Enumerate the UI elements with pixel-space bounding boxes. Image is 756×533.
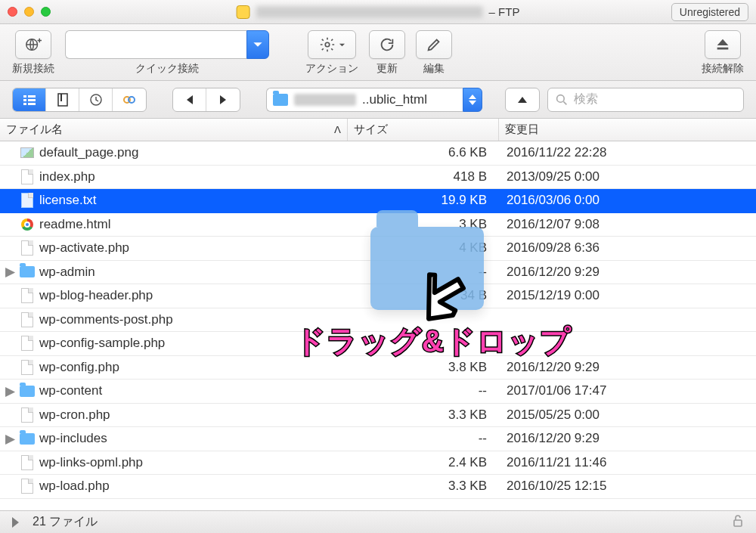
file-date-cell: 2016/12/20 9:29 bbox=[499, 431, 756, 446]
file-name-cell[interactable]: default_page.png bbox=[0, 145, 348, 160]
window-title: – FTP bbox=[237, 5, 520, 19]
path-display[interactable]: ..ublic_html bbox=[266, 88, 463, 112]
file-name-label: readme.html bbox=[39, 217, 110, 232]
traffic-lights bbox=[8, 7, 51, 17]
file-name-label: wp-activate.php bbox=[39, 240, 129, 256]
bookmarks-button[interactable] bbox=[46, 88, 79, 111]
file-row[interactable]: license.txt19.9 KB2016/03/06 0:00 bbox=[0, 189, 756, 213]
action-button[interactable] bbox=[308, 30, 356, 59]
svg-rect-2 bbox=[23, 95, 26, 98]
disclosure-triangle-icon[interactable]: ▶ bbox=[5, 264, 15, 280]
refresh-button[interactable] bbox=[369, 30, 405, 59]
new-connection-label: 新規接続 bbox=[12, 62, 54, 76]
action-item: アクション bbox=[305, 30, 358, 76]
disclosure-triangle-icon[interactable] bbox=[12, 517, 19, 528]
file-date-cell: 2017/01/06 17:47 bbox=[499, 383, 756, 398]
file-row[interactable]: wp-links-opml.php2.4 KB2016/11/21 11:46 bbox=[0, 451, 756, 476]
edit-button[interactable] bbox=[416, 30, 452, 59]
file-size-cell: 3.3 KB bbox=[348, 407, 499, 423]
file-row[interactable]: wp-load.php3.3 KB2016/10/25 12:15 bbox=[0, 475, 756, 499]
file-name-cell[interactable]: wp-blog-header.php bbox=[0, 288, 348, 303]
folder-icon bbox=[20, 266, 35, 277]
file-size-cell: 6.6 KB bbox=[348, 145, 499, 160]
disconnect-item: 接続解除 bbox=[702, 30, 744, 76]
file-size-cell: 418 B bbox=[348, 169, 499, 184]
file-name-cell[interactable]: wp-activate.php bbox=[0, 240, 348, 256]
minimize-window-button[interactable] bbox=[24, 7, 34, 17]
triangle-left-icon bbox=[185, 95, 194, 105]
svg-rect-6 bbox=[23, 103, 26, 105]
file-date-cell: 2016/09/28 6:36 bbox=[499, 240, 756, 256]
pencil-icon bbox=[426, 36, 442, 53]
file-size-cell: -- bbox=[348, 431, 499, 446]
main-toolbar: 新規接続 クイック接続 アクション 更新 編集 bbox=[0, 24, 756, 81]
new-connection-button[interactable] bbox=[15, 30, 51, 59]
quick-connect-dropdown-button[interactable] bbox=[246, 30, 269, 59]
column-date-header[interactable]: 変更日 bbox=[499, 119, 756, 141]
image-icon bbox=[20, 147, 34, 158]
go-up-button[interactable] bbox=[506, 88, 539, 111]
file-name-label: index.php bbox=[39, 169, 95, 184]
search-input[interactable]: 検索 bbox=[547, 88, 744, 112]
disconnect-button[interactable] bbox=[705, 30, 741, 59]
nav-forward-button[interactable] bbox=[206, 88, 240, 111]
file-size-cell: -- bbox=[348, 383, 499, 398]
search-placeholder: 検索 bbox=[574, 91, 598, 107]
file-name-cell[interactable]: license.txt bbox=[0, 193, 348, 208]
triangle-right-icon bbox=[218, 95, 228, 105]
chrome-icon bbox=[21, 218, 33, 231]
quick-connect-input[interactable] bbox=[65, 30, 246, 59]
refresh-item: 更新 bbox=[369, 30, 405, 76]
file-date-cell: 2013/09/25 0:00 bbox=[499, 169, 756, 184]
file-size-cell: 2.4 KB bbox=[348, 455, 499, 470]
bonjour-button[interactable] bbox=[113, 88, 146, 111]
disclosure-triangle-icon[interactable]: ▶ bbox=[5, 383, 15, 399]
file-icon bbox=[21, 312, 33, 327]
history-button[interactable] bbox=[79, 88, 113, 111]
column-size-header[interactable]: サイズ bbox=[348, 119, 499, 141]
file-name-label: default_page.png bbox=[39, 145, 138, 160]
folder-icon bbox=[20, 433, 35, 445]
file-name-cell[interactable]: wp-cron.php bbox=[0, 407, 348, 423]
file-row[interactable]: index.php418 B2013/09/25 0:00 bbox=[0, 166, 756, 190]
file-row[interactable]: ▶wp-content--2017/01/06 17:47 bbox=[0, 380, 756, 404]
file-row[interactable]: default_page.png6.6 KB2016/11/22 22:28 bbox=[0, 141, 756, 166]
lock-icon bbox=[732, 514, 744, 531]
close-window-button[interactable] bbox=[8, 7, 17, 17]
nav-back-button[interactable] bbox=[173, 88, 206, 111]
file-name-cell[interactable]: index.php bbox=[0, 169, 348, 184]
triangle-up-icon bbox=[517, 95, 528, 104]
gear-icon bbox=[319, 36, 336, 53]
file-date-cell: 2016/12/07 9:08 bbox=[499, 217, 756, 232]
unregistered-badge[interactable]: Unregistered bbox=[671, 3, 748, 21]
file-row[interactable]: wp-cron.php3.3 KB2015/05/25 0:00 bbox=[0, 404, 756, 428]
path-suffix: ..ublic_html bbox=[362, 92, 427, 107]
file-name-label: wp-cron.php bbox=[39, 407, 110, 423]
folder-icon bbox=[20, 386, 35, 397]
window-titlebar: – FTP Unregistered bbox=[0, 0, 756, 24]
globe-plus-icon bbox=[25, 36, 42, 53]
chevron-up-icon bbox=[469, 95, 476, 99]
file-row[interactable]: ▶wp-includes--2016/12/20 9:29 bbox=[0, 427, 756, 451]
quick-connect-item: クイック接続 bbox=[65, 30, 269, 76]
path-stepper-button[interactable] bbox=[463, 88, 482, 112]
file-date-cell: 2016/12/20 9:29 bbox=[499, 265, 756, 280]
file-name-cell[interactable]: ▶wp-content bbox=[0, 383, 348, 399]
file-icon bbox=[21, 360, 33, 375]
file-name-cell[interactable]: wp-links-opml.php bbox=[0, 455, 348, 470]
new-connection-item: 新規接続 bbox=[12, 30, 54, 76]
file-name-label: wp-content bbox=[39, 383, 102, 398]
path-selector[interactable]: ..ublic_html bbox=[266, 88, 482, 112]
svg-point-13 bbox=[557, 95, 565, 102]
zoom-window-button[interactable] bbox=[41, 7, 51, 17]
view-list-button[interactable] bbox=[13, 88, 46, 111]
refresh-label: 更新 bbox=[376, 62, 398, 76]
file-name-cell[interactable]: readme.html bbox=[0, 217, 348, 232]
nav-segment bbox=[172, 88, 240, 112]
column-name-header[interactable]: ファイル名 ᐱ bbox=[0, 119, 348, 141]
disclosure-triangle-icon[interactable]: ▶ bbox=[5, 431, 15, 447]
file-name-cell[interactable]: wp-load.php bbox=[0, 479, 348, 494]
file-name-cell[interactable]: ▶wp-includes bbox=[0, 431, 348, 447]
action-label: アクション bbox=[305, 62, 358, 76]
file-name-cell[interactable]: ▶wp-admin bbox=[0, 264, 348, 280]
